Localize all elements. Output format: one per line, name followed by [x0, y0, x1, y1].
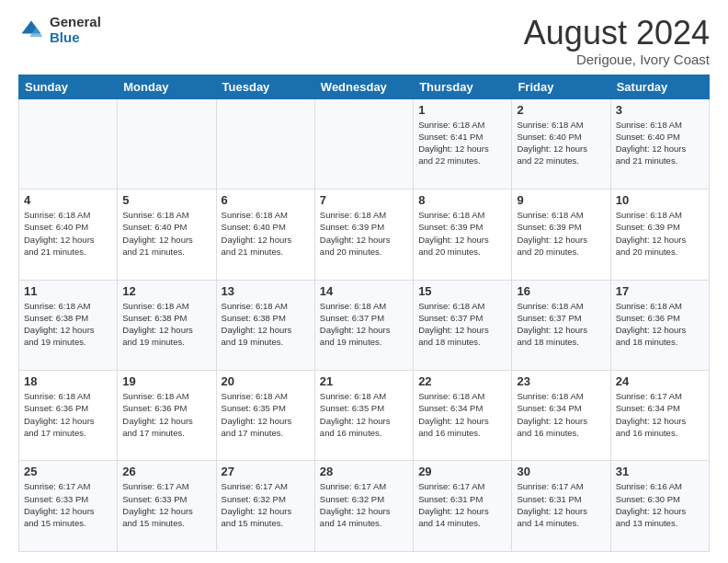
day-detail: Sunrise: 6:17 AMSunset: 6:33 PMDaylight:… — [24, 480, 112, 529]
day-detail: Sunrise: 6:18 AMSunset: 6:35 PMDaylight:… — [320, 390, 408, 439]
header-tuesday: Tuesday — [216, 75, 314, 98]
day-detail: Sunrise: 6:18 AMSunset: 6:37 PMDaylight:… — [418, 300, 506, 349]
page: General Blue August 2024 Derigoue, Ivory… — [0, 0, 728, 563]
day-number: 17 — [616, 284, 704, 298]
table-row: 25Sunrise: 6:17 AMSunset: 6:33 PMDayligh… — [19, 461, 118, 552]
table-row: 18Sunrise: 6:18 AMSunset: 6:36 PMDayligh… — [19, 371, 118, 461]
day-detail: Sunrise: 6:18 AMSunset: 6:38 PMDaylight:… — [24, 300, 112, 349]
table-row: 14Sunrise: 6:18 AMSunset: 6:37 PMDayligh… — [314, 280, 413, 370]
table-row: 5Sunrise: 6:18 AMSunset: 6:40 PMDaylight… — [118, 190, 216, 280]
table-row — [118, 98, 216, 189]
table-row: 24Sunrise: 6:17 AMSunset: 6:34 PMDayligh… — [610, 371, 709, 461]
table-row: 8Sunrise: 6:18 AMSunset: 6:39 PMDaylight… — [414, 190, 512, 280]
table-row — [314, 98, 413, 189]
day-number: 31 — [616, 465, 704, 478]
day-detail: Sunrise: 6:18 AMSunset: 6:39 PMDaylight:… — [418, 209, 506, 258]
calendar-week-3: 11Sunrise: 6:18 AMSunset: 6:38 PMDayligh… — [19, 280, 710, 370]
day-number: 15 — [418, 284, 506, 298]
day-detail: Sunrise: 6:18 AMSunset: 6:40 PMDaylight:… — [222, 209, 310, 258]
table-row: 28Sunrise: 6:17 AMSunset: 6:32 PMDayligh… — [314, 461, 413, 552]
day-number: 1 — [418, 103, 506, 117]
day-detail: Sunrise: 6:18 AMSunset: 6:36 PMDaylight:… — [616, 300, 704, 349]
table-row — [19, 98, 118, 189]
day-number: 20 — [222, 374, 310, 388]
table-row: 27Sunrise: 6:17 AMSunset: 6:32 PMDayligh… — [216, 461, 314, 552]
table-row: 1Sunrise: 6:18 AMSunset: 6:41 PMDaylight… — [414, 98, 512, 189]
table-row: 22Sunrise: 6:18 AMSunset: 6:34 PMDayligh… — [414, 371, 512, 461]
day-number: 19 — [122, 374, 210, 388]
day-number: 26 — [122, 465, 210, 478]
table-row: 13Sunrise: 6:18 AMSunset: 6:38 PMDayligh… — [216, 280, 314, 370]
table-row: 17Sunrise: 6:18 AMSunset: 6:36 PMDayligh… — [610, 280, 709, 370]
day-number: 7 — [320, 193, 408, 207]
day-number: 29 — [418, 465, 506, 478]
header: General Blue August 2024 Derigoue, Ivory… — [18, 15, 710, 67]
table-row: 11Sunrise: 6:18 AMSunset: 6:38 PMDayligh… — [19, 280, 118, 370]
table-row: 20Sunrise: 6:18 AMSunset: 6:35 PMDayligh… — [216, 371, 314, 461]
day-number: 18 — [24, 374, 112, 388]
day-detail: Sunrise: 6:18 AMSunset: 6:34 PMDaylight:… — [418, 390, 506, 439]
table-row: 23Sunrise: 6:18 AMSunset: 6:34 PMDayligh… — [512, 371, 610, 461]
day-number: 12 — [122, 284, 210, 298]
table-row: 4Sunrise: 6:18 AMSunset: 6:40 PMDaylight… — [19, 190, 118, 280]
subtitle: Derigoue, Ivory Coast — [524, 52, 710, 67]
day-number: 27 — [222, 465, 310, 478]
day-number: 10 — [616, 193, 704, 207]
day-detail: Sunrise: 6:16 AMSunset: 6:30 PMDaylight:… — [616, 480, 704, 529]
day-number: 25 — [24, 465, 112, 478]
day-detail: Sunrise: 6:18 AMSunset: 6:37 PMDaylight:… — [517, 300, 605, 349]
day-number: 5 — [122, 193, 210, 207]
day-detail: Sunrise: 6:18 AMSunset: 6:40 PMDaylight:… — [24, 209, 112, 258]
day-number: 21 — [320, 374, 408, 388]
day-detail: Sunrise: 6:18 AMSunset: 6:37 PMDaylight:… — [320, 300, 408, 349]
header-wednesday: Wednesday — [314, 75, 413, 98]
table-row: 30Sunrise: 6:17 AMSunset: 6:31 PMDayligh… — [512, 461, 610, 552]
day-number: 3 — [616, 103, 704, 117]
day-number: 4 — [24, 193, 112, 207]
day-number: 23 — [517, 374, 605, 388]
day-number: 6 — [222, 193, 310, 207]
day-detail: Sunrise: 6:18 AMSunset: 6:40 PMDaylight:… — [616, 119, 704, 167]
table-row: 15Sunrise: 6:18 AMSunset: 6:37 PMDayligh… — [414, 280, 512, 370]
logo-text: General Blue — [50, 15, 101, 45]
table-row: 3Sunrise: 6:18 AMSunset: 6:40 PMDaylight… — [610, 98, 709, 189]
day-detail: Sunrise: 6:18 AMSunset: 6:39 PMDaylight:… — [517, 209, 605, 258]
table-row: 26Sunrise: 6:17 AMSunset: 6:33 PMDayligh… — [118, 461, 216, 552]
header-sunday: Sunday — [19, 75, 118, 98]
logo-general-text: General — [50, 15, 101, 30]
day-detail: Sunrise: 6:18 AMSunset: 6:36 PMDaylight:… — [24, 390, 112, 439]
header-monday: Monday — [118, 75, 216, 98]
day-number: 8 — [418, 193, 506, 207]
day-number: 13 — [222, 284, 310, 298]
day-number: 2 — [517, 103, 605, 117]
table-row: 6Sunrise: 6:18 AMSunset: 6:40 PMDaylight… — [216, 190, 314, 280]
calendar-week-5: 25Sunrise: 6:17 AMSunset: 6:33 PMDayligh… — [19, 461, 710, 552]
day-number: 24 — [616, 374, 704, 388]
header-thursday: Thursday — [414, 75, 512, 98]
table-row — [216, 98, 314, 189]
day-detail: Sunrise: 6:18 AMSunset: 6:35 PMDaylight:… — [222, 390, 310, 439]
calendar-week-2: 4Sunrise: 6:18 AMSunset: 6:40 PMDaylight… — [19, 190, 710, 280]
day-detail: Sunrise: 6:17 AMSunset: 6:32 PMDaylight:… — [222, 480, 310, 529]
day-detail: Sunrise: 6:18 AMSunset: 6:39 PMDaylight:… — [616, 209, 704, 258]
day-detail: Sunrise: 6:18 AMSunset: 6:38 PMDaylight:… — [222, 300, 310, 349]
logo: General Blue — [18, 15, 101, 45]
table-row: 21Sunrise: 6:18 AMSunset: 6:35 PMDayligh… — [314, 371, 413, 461]
day-detail: Sunrise: 6:18 AMSunset: 6:40 PMDaylight:… — [122, 209, 210, 258]
day-number: 30 — [517, 465, 605, 478]
day-detail: Sunrise: 6:17 AMSunset: 6:34 PMDaylight:… — [616, 390, 704, 439]
calendar-week-4: 18Sunrise: 6:18 AMSunset: 6:36 PMDayligh… — [19, 371, 710, 461]
table-row: 19Sunrise: 6:18 AMSunset: 6:36 PMDayligh… — [118, 371, 216, 461]
table-row: 9Sunrise: 6:18 AMSunset: 6:39 PMDaylight… — [512, 190, 610, 280]
day-detail: Sunrise: 6:18 AMSunset: 6:38 PMDaylight:… — [122, 300, 210, 349]
day-detail: Sunrise: 6:18 AMSunset: 6:40 PMDaylight:… — [517, 119, 605, 167]
day-detail: Sunrise: 6:17 AMSunset: 6:31 PMDaylight:… — [517, 480, 605, 529]
day-number: 16 — [517, 284, 605, 298]
calendar-table: Sunday Monday Tuesday Wednesday Thursday… — [18, 75, 710, 552]
calendar-header-row: Sunday Monday Tuesday Wednesday Thursday… — [19, 75, 710, 98]
logo-icon — [18, 17, 44, 43]
day-number: 14 — [320, 284, 408, 298]
day-number: 22 — [418, 374, 506, 388]
header-friday: Friday — [512, 75, 610, 98]
header-saturday: Saturday — [610, 75, 709, 98]
